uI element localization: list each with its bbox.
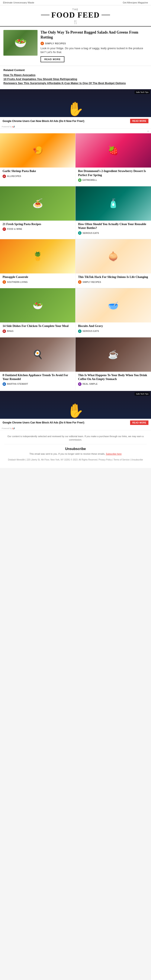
source-dot-icon: S [41, 42, 44, 45]
card-1-body: Ree Drummond's 2-Ingredient Strawberry D… [76, 167, 151, 183]
card-5-title: This TikTok Hack For Slicing Onions Is L… [78, 275, 148, 279]
unsub-title: Unsubscribe [4, 447, 147, 451]
safe-tech-tip-2: Safe Tech Tips [135, 392, 150, 396]
card-5-body: This TikTok Hack For Slicing Onions Is L… [76, 274, 151, 285]
card-8-image: 🍳 [0, 337, 75, 372]
powered-by-2: Powered by 📢 [0, 427, 151, 430]
card-4-icon: 🍍 [32, 251, 43, 261]
header-line-left [41, 15, 49, 15]
eliminate-waste-link[interactable]: Eliminate Unnecessary Waste [3, 1, 34, 4]
card-7-icon: 🥣 [108, 301, 119, 310]
card-8[interactable]: 🍳 8 Outdated Kitchen Appliance Trends To… [0, 337, 76, 390]
card-5-source-dot: S [78, 280, 82, 284]
card-0-body: Garlic Shrimp Pasta Bake A ALLRECIPES [0, 167, 75, 179]
card-2-body: 21 Fresh Spring Pasta Recipes F FOOD & W… [0, 221, 75, 232]
card-0-source-dot: A [3, 175, 6, 178]
footer-disclaimer: Our content is independently selected an… [4, 434, 147, 442]
card-6[interactable]: 🥗 14 Side Dishes For Chicken To Complete… [0, 288, 76, 337]
card-7-source-dot: S [78, 329, 82, 333]
footer: Our content is independently selected an… [0, 430, 151, 468]
powered-by-text-2: Powered by [2, 427, 12, 430]
card-6-source-dot: B [3, 329, 6, 333]
card-1[interactable]: 🍓 Ree Drummond's 2-Ingredient Strawberry… [76, 133, 151, 186]
card-6-title: 14 Side Dishes For Chicken To Complete Y… [3, 324, 73, 328]
subscribe-link[interactable]: Subscribe here [106, 453, 121, 455]
salad-icon: 🥗 [14, 37, 27, 49]
hero-read-more-button[interactable]: READ MORE [41, 56, 64, 62]
card-9-source: R REAL SIMPLE [78, 382, 148, 386]
card-3-source: S SERIOUS EATS [78, 231, 148, 235]
card-3-title: How Often Should You Actually Clean Your… [78, 222, 148, 230]
card-9-source-dot: R [78, 382, 82, 386]
card-1-source-dot: E [78, 178, 82, 182]
card-9-image: ☕ [76, 337, 151, 372]
ad-provider-link-1[interactable]: 📢 [13, 126, 15, 128]
card-0[interactable]: 🍤 Garlic Shrimp Pasta Bake A ALLRECIPES [0, 133, 76, 186]
hero-section: 🥗 The Only Way To Prevent Bagged Salads … [0, 27, 151, 66]
hero-description: Look in your fridge. Do you have a bag o… [41, 46, 148, 54]
site-header: THE FOOD FEED 🍴 [0, 5, 151, 27]
hero-source: S SIMPLY RECIPES [41, 42, 66, 45]
card-4-body: Pineapple Casserole S SOUTHERN LIVING [0, 274, 75, 285]
hero-image-inner: 🥗 [3, 30, 38, 56]
ad-caption-text-1: Google Chrome Users Can Now Block All Ad… [3, 119, 128, 123]
card-8-source: M MARTHA STEWART [3, 382, 73, 386]
card-4[interactable]: 🍍 Pineapple Casserole S SOUTHERN LIVING [0, 239, 76, 288]
ad-caption-1: Google Chrome Users Can Now Block All Ad… [0, 117, 151, 125]
card-8-source-label: MARTHA STEWART [7, 383, 28, 385]
card-6-source-label: BH&G [7, 330, 14, 332]
card-grid: 🍤 Garlic Shrimp Pasta Bake A ALLRECIPES … [0, 133, 151, 390]
ad-banner-1: Safe Tech Tips ✋ Google Chrome Users Can… [0, 89, 151, 129]
card-6-icon: 🥗 [32, 301, 43, 310]
hand-icon: ✋ [67, 101, 84, 117]
card-7-body: Biscuits And Gravy S SERIOUS EATS [76, 323, 151, 334]
card-4-source-dot: S [3, 280, 6, 284]
card-5[interactable]: 🧅 This TikTok Hack For Slicing Onions Is… [76, 239, 151, 288]
card-1-image: 🍓 [76, 133, 151, 167]
card-9[interactable]: ☕ This Is What Happens To Your Body When… [76, 337, 151, 390]
card-0-source-label: ALLRECIPES [7, 175, 21, 177]
card-7-source: S SERIOUS EATS [78, 329, 148, 333]
related-link-2[interactable]: Reviewers Say This Surprisingly Affordab… [3, 81, 148, 85]
card-7-source-label: SERIOUS EATS [83, 330, 99, 332]
card-1-source-label: EATINGWELL [83, 179, 97, 181]
card-3[interactable]: 🧴 How Often Should You Actually Clean Yo… [76, 186, 151, 239]
card-2[interactable]: 🍝 21 Fresh Spring Pasta Recipes F FOOD &… [0, 186, 76, 239]
powered-by-text-1: Powered by [2, 126, 12, 128]
card-6-source: B BH&G [3, 329, 73, 333]
ad-banner-2: Safe Tech Tips ✋ Google Chrome Users Can… [0, 391, 151, 430]
safe-tech-tip-1: Safe Tech Tips [135, 91, 150, 94]
hero-content: The Only Way To Prevent Bagged Salads An… [41, 30, 148, 62]
card-7[interactable]: 🥣 Biscuits And Gravy S SERIOUS EATS [76, 288, 151, 337]
unsub-text-content: This email was sent to you. If you no lo… [30, 453, 105, 455]
fork-icon: 🍴 [0, 20, 151, 24]
header-line-right [102, 15, 110, 15]
ad-banner-inner-1: Safe Tech Tips ✋ [0, 89, 151, 117]
card-5-source-label: SIMPLY RECIPES [83, 281, 101, 283]
card-9-source-label: REAL SIMPLE [83, 383, 98, 385]
card-3-source-label: SERIOUS EATS [83, 232, 99, 234]
hero-image: 🥗 [3, 30, 38, 56]
card-6-body: 14 Side Dishes For Chicken To Complete Y… [0, 323, 75, 334]
header-the: THE [0, 8, 151, 11]
ad-read-more-button-1[interactable]: READ MORE [130, 119, 148, 123]
header-logo-row: FOOD FEED [0, 11, 151, 19]
card-2-image: 🍝 [0, 186, 75, 221]
card-0-image: 🍤 [0, 133, 75, 167]
get-magazine-link[interactable]: Get Allrecipes Magazine [123, 1, 148, 4]
ad-provider-link-2[interactable]: 📢 [13, 427, 15, 430]
hero-source-label: SIMPLY RECIPES [45, 42, 66, 45]
unsub-text: This email was sent to you. If you no lo… [4, 452, 147, 456]
card-0-source: A ALLRECIPES [3, 175, 73, 178]
card-8-icon: 🍳 [32, 349, 43, 360]
ad-read-more-button-2[interactable]: READ MORE [130, 420, 148, 425]
related-link-1[interactable]: 10 Fruits And Vegetables You Should Stop… [3, 78, 148, 81]
related-content-section: Related Content How To Ripen Avocados 10… [0, 66, 151, 89]
card-1-title: Ree Drummond's 2-Ingredient Strawberry D… [78, 169, 148, 177]
related-title: Related Content [3, 68, 148, 72]
card-8-source-dot: M [3, 382, 6, 386]
ad-tag: D [0, 129, 151, 133]
ad-caption-2: Google Chrome Users Can Now Block All Ad… [0, 419, 151, 427]
card-4-source-label: SOUTHERN LIVING [7, 281, 28, 283]
related-link-0[interactable]: How To Ripen Avocados [3, 73, 148, 76]
